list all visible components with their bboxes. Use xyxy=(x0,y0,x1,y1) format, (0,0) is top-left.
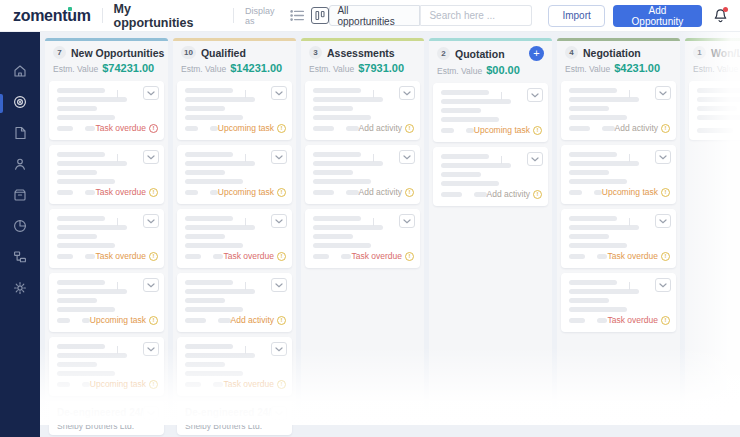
skeleton-bar xyxy=(569,190,582,195)
card-status[interactable]: Task overdue! xyxy=(607,251,670,261)
skeleton-bar xyxy=(185,88,233,93)
sidebar-item-settings-gear[interactable] xyxy=(0,281,40,298)
card-menu-button[interactable] xyxy=(399,214,415,228)
reports-pie-icon xyxy=(12,218,28,238)
opportunity-card[interactable]: Add activity! xyxy=(561,81,676,140)
card-status[interactable]: Task overdue! xyxy=(351,251,414,261)
add-card-button[interactable]: + xyxy=(529,46,544,61)
opportunity-card[interactable]: Task overdue! xyxy=(561,209,676,268)
skeleton-bar xyxy=(210,190,218,195)
opportunity-card[interactable]: Task overdue! xyxy=(177,209,292,268)
card-status[interactable]: Task overdue! xyxy=(223,251,286,261)
opportunity-card[interactable]: Upcoming task! xyxy=(49,337,164,396)
opportunity-card[interactable]: Add activity! xyxy=(177,273,292,332)
card-status[interactable]: Upcoming task! xyxy=(218,123,286,133)
card-menu-button[interactable] xyxy=(655,278,671,292)
import-button[interactable]: Import xyxy=(548,5,604,27)
opportunity-card[interactable]: Upcoming task! xyxy=(177,81,292,140)
card-menu-button[interactable] xyxy=(271,342,287,356)
card-status[interactable]: Task overdue! xyxy=(607,315,670,325)
card-status[interactable]: Add activity! xyxy=(615,123,670,133)
sidebar-item-pipelines[interactable] xyxy=(0,250,40,267)
add-opportunity-button[interactable]: Add Opportunity xyxy=(613,5,702,27)
opportunity-card[interactable]: Upcoming task! xyxy=(561,145,676,204)
list-view-icon[interactable] xyxy=(290,9,305,22)
card-status[interactable]: Task overdue! xyxy=(95,187,158,197)
card-menu-button[interactable] xyxy=(271,86,287,100)
card-status[interactable]: Upcoming task! xyxy=(474,125,542,135)
opportunity-card[interactable]: Add activity! xyxy=(305,81,420,140)
opportunity-filter-select[interactable]: All opportunities xyxy=(329,5,420,26)
skeleton-bar xyxy=(697,106,737,111)
opportunity-card[interactable]: Upcoming task! xyxy=(177,145,292,204)
card-status[interactable]: Upcoming task! xyxy=(90,315,158,325)
skeleton-bar xyxy=(602,126,615,131)
opportunity-card[interactable]: Add activity! xyxy=(433,147,548,206)
opportunity-card[interactable]: Task overdue! xyxy=(561,273,676,332)
skeleton-bar xyxy=(185,106,225,111)
card-menu-button[interactable] xyxy=(399,150,415,164)
card-status[interactable]: Task overdue! xyxy=(95,251,158,261)
skeleton-divider xyxy=(629,218,630,226)
card-menu-button[interactable] xyxy=(143,86,159,100)
sidebar-item-opportunities-target[interactable] xyxy=(0,95,40,112)
card-menu-button[interactable] xyxy=(143,150,159,164)
opportunity-card[interactable]: Task overdue! xyxy=(177,337,292,396)
status-alert-icon: ! xyxy=(661,252,670,261)
card-status[interactable]: Add activity! xyxy=(359,123,414,133)
card-status[interactable]: Upcoming task! xyxy=(90,379,158,389)
skeleton-bar xyxy=(185,115,243,120)
opportunity-card[interactable]: Task overdue! xyxy=(49,145,164,204)
card-menu-button[interactable] xyxy=(143,278,159,292)
skeleton-bar xyxy=(57,298,97,303)
opportunity-card[interactable] xyxy=(689,81,740,140)
skeleton-bar xyxy=(441,128,454,133)
card-footer: Add activity! xyxy=(441,189,542,199)
board-selector[interactable]: My opportunities xyxy=(114,2,223,30)
card-menu-button[interactable] xyxy=(143,342,159,356)
opportunity-card[interactable]: De-engineered 24/7Shelby Brothers Ltd. xyxy=(49,401,164,435)
card-status[interactable]: Upcoming task! xyxy=(218,187,286,197)
skeleton-bar xyxy=(57,216,105,221)
kanban-view-icon[interactable] xyxy=(311,7,329,24)
skeleton-bar xyxy=(569,126,590,131)
card-status[interactable]: Task overdue! xyxy=(223,379,286,389)
card-status[interactable]: Add activity! xyxy=(359,187,414,197)
status-alert-icon: ! xyxy=(277,316,286,325)
card-status[interactable]: Upcoming task! xyxy=(602,187,670,197)
card-menu-button[interactable] xyxy=(143,214,159,228)
card-menu-button[interactable] xyxy=(527,152,543,166)
sidebar-item-home[interactable] xyxy=(0,64,40,81)
card-menu-button[interactable] xyxy=(399,86,415,100)
card-menu-button[interactable] xyxy=(655,86,671,100)
card-menu-button[interactable] xyxy=(143,406,159,420)
sidebar-item-documents[interactable] xyxy=(0,126,40,143)
card-menu-button[interactable] xyxy=(271,214,287,228)
opportunity-card[interactable]: De-engineered 24/7Shelby Brothers Ltd. xyxy=(177,401,292,435)
estm-value-label: Estm. Value xyxy=(437,66,482,76)
opportunity-card[interactable]: Task overdue! xyxy=(49,81,164,140)
card-menu-button[interactable] xyxy=(271,278,287,292)
card-menu-button[interactable] xyxy=(655,150,671,164)
opportunity-card[interactable]: Upcoming task! xyxy=(433,83,548,142)
card-title: De-engineered 24/7 xyxy=(57,407,156,418)
skeleton-bar xyxy=(569,254,585,259)
sidebar-item-reports-pie[interactable] xyxy=(0,219,40,236)
opportunity-card[interactable]: Task overdue! xyxy=(305,209,420,268)
card-status[interactable]: Add activity! xyxy=(487,189,542,199)
search-input[interactable] xyxy=(420,5,532,26)
opportunity-card[interactable]: Upcoming task! xyxy=(49,273,164,332)
sidebar-item-products-box[interactable] xyxy=(0,188,40,205)
notifications-bell-icon[interactable] xyxy=(713,8,728,24)
column-header-row: 4Negotiation xyxy=(565,46,672,59)
sidebar-item-contacts[interactable] xyxy=(0,157,40,174)
opportunity-card[interactable]: Add activity! xyxy=(305,145,420,204)
column-title: Negotiation xyxy=(583,47,641,59)
card-menu-button[interactable] xyxy=(271,406,287,420)
card-menu-button[interactable] xyxy=(655,214,671,228)
card-menu-button[interactable] xyxy=(527,88,543,102)
card-menu-button[interactable] xyxy=(271,150,287,164)
card-status[interactable]: Add activity! xyxy=(231,315,286,325)
card-status[interactable]: Task overdue! xyxy=(95,123,158,133)
opportunity-card[interactable]: Task overdue! xyxy=(49,209,164,268)
